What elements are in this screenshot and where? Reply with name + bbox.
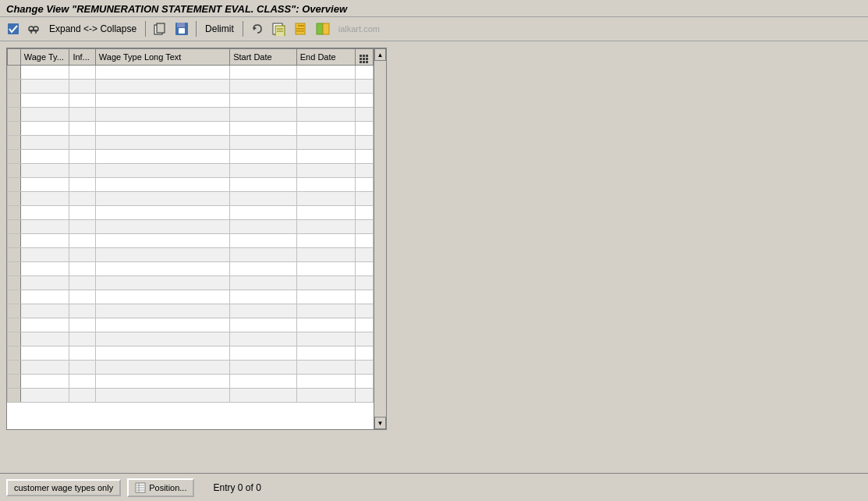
position-icon [135, 482, 146, 493]
scrollbar-down-btn[interactable]: ▼ [374, 417, 386, 429]
table-row[interactable] [8, 248, 374, 262]
table-cell [95, 318, 229, 332]
table-cell [69, 248, 95, 262]
row-selector[interactable] [8, 136, 21, 150]
row-selector[interactable] [8, 332, 21, 346]
row-selector[interactable] [8, 94, 21, 108]
table-row[interactable] [8, 122, 374, 136]
row-selector[interactable] [8, 178, 21, 192]
table-cell [69, 220, 95, 234]
position-btn[interactable]: Position... [127, 478, 194, 497]
scrollbar-up-btn[interactable]: ▲ [374, 48, 386, 61]
table-cell [20, 178, 69, 192]
row-selector[interactable] [8, 164, 21, 178]
table-cell [20, 94, 69, 108]
table-cell [296, 304, 355, 318]
table-row[interactable] [8, 389, 374, 403]
page3-icon [316, 22, 330, 36]
table-cell [355, 304, 373, 318]
row-selector[interactable] [8, 346, 21, 361]
table-cell [230, 192, 297, 206]
row-selector[interactable] [8, 108, 21, 122]
table-cell [20, 276, 69, 290]
table-row[interactable] [8, 375, 374, 389]
table-cell [296, 122, 355, 136]
table-cell [95, 276, 229, 290]
table-cell [95, 150, 229, 164]
delimit-btn[interactable]: Delimit [201, 20, 238, 37]
toolbar-btn-undo[interactable] [248, 20, 267, 37]
row-selector[interactable] [8, 304, 21, 318]
table-row[interactable] [8, 178, 374, 192]
row-selector[interactable] [8, 361, 21, 375]
table-row[interactable] [8, 136, 374, 150]
table-row[interactable] [8, 234, 374, 248]
table-row[interactable] [8, 361, 374, 375]
status-bar: customer wage types only Position... Ent… [0, 473, 868, 501]
row-selector[interactable] [8, 318, 21, 332]
row-selector[interactable] [8, 389, 21, 403]
customer-wage-types-btn[interactable]: customer wage types only [6, 479, 121, 496]
table-cell [95, 94, 229, 108]
toolbar-btn-save[interactable] [172, 20, 191, 37]
toolbar-btn-page3[interactable] [314, 20, 332, 37]
col-header-settings[interactable] [355, 49, 373, 66]
table-row[interactable] [8, 220, 374, 234]
vertical-scrollbar[interactable]: ▲ ▼ [374, 48, 386, 429]
row-selector[interactable] [8, 80, 21, 94]
table-row[interactable] [8, 150, 374, 164]
row-selector[interactable] [8, 220, 21, 234]
table-cell [296, 178, 355, 192]
toolbar-btn-copy[interactable] [151, 20, 169, 37]
watermark-text: ialkart.com [338, 24, 380, 34]
table-row[interactable] [8, 332, 374, 346]
row-selector[interactable] [8, 234, 21, 248]
table-row[interactable] [8, 262, 374, 276]
col-header-wagety[interactable]: Wage Ty... [20, 49, 69, 66]
row-selector[interactable] [8, 206, 21, 220]
table-row[interactable] [8, 318, 374, 332]
toolbar-separator-1 [145, 21, 146, 37]
col-header-startdate[interactable]: Start Date [230, 49, 297, 66]
table-row[interactable] [8, 192, 374, 206]
toolbar-btn-page1[interactable] [270, 20, 289, 37]
table-row[interactable] [8, 276, 374, 290]
table-cell [230, 346, 297, 361]
table-cell [20, 375, 69, 389]
row-selector[interactable] [8, 375, 21, 389]
row-selector[interactable] [8, 122, 21, 136]
svg-rect-18 [296, 28, 304, 30]
table-cell [69, 192, 95, 206]
row-selector[interactable] [8, 66, 21, 80]
row-selector[interactable] [8, 290, 21, 304]
toolbar-btn-find[interactable] [25, 20, 42, 37]
col-header-wagelong[interactable]: Wage Type Long Text [95, 49, 229, 66]
svg-rect-20 [317, 23, 323, 34]
expand-collapse-btn[interactable]: Expand <-> Collapse [45, 20, 140, 37]
row-selector[interactable] [8, 276, 21, 290]
table-cell [355, 262, 373, 276]
col-header-enddate[interactable]: End Date [296, 49, 355, 66]
table-row[interactable] [8, 290, 374, 304]
row-selector[interactable] [8, 262, 21, 276]
table-row[interactable] [8, 164, 374, 178]
table-row[interactable] [8, 346, 374, 361]
table-row[interactable] [8, 206, 374, 220]
table-cell [95, 178, 229, 192]
row-selector[interactable] [8, 150, 21, 164]
toolbar-btn-checkmark[interactable] [5, 20, 22, 37]
table-row[interactable] [8, 94, 374, 108]
table-cell [296, 389, 355, 403]
row-selector[interactable] [8, 248, 21, 262]
toolbar: Expand <-> Collapse Delimit [0, 17, 868, 41]
table-row[interactable] [8, 66, 374, 80]
row-selector[interactable] [8, 192, 21, 206]
table-row[interactable] [8, 108, 374, 122]
table-cell [69, 136, 95, 150]
table-cell [20, 220, 69, 234]
table-row[interactable] [8, 304, 374, 318]
col-header-inf[interactable]: Inf... [69, 49, 95, 66]
table-row[interactable] [8, 80, 374, 94]
entry-count-text: Entry 0 of 0 [213, 482, 260, 493]
toolbar-btn-page2[interactable] [292, 20, 310, 37]
